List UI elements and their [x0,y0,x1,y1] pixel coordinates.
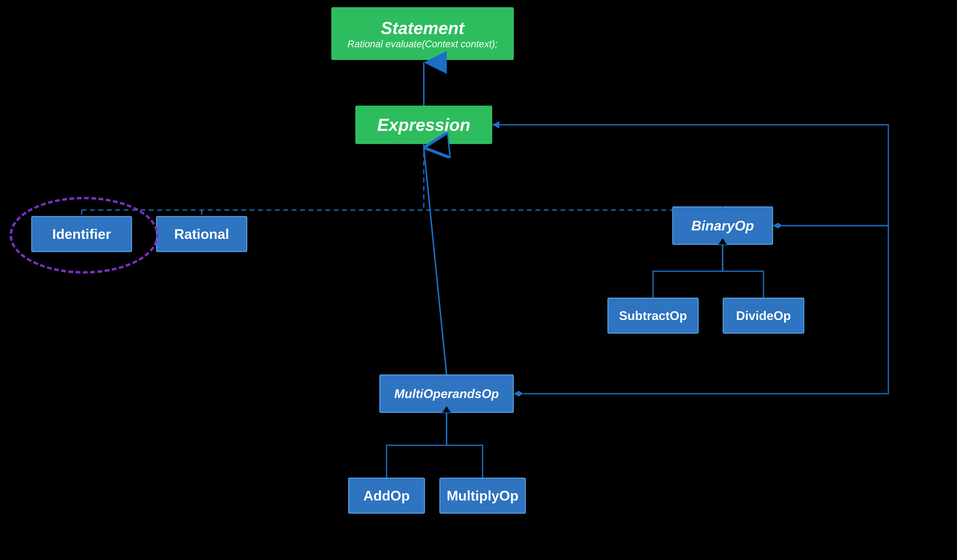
binaryop-diamond [773,223,783,229]
multioperandsop-inherit-arrow [442,405,452,413]
multioperandsop-diamond [514,391,523,396]
binaryop-inherit-arrow [718,238,728,245]
subtractop-divideop-line [653,271,763,298]
diagram: Statement Rational evaluate(Context cont… [0,0,957,560]
arrows-svg [0,0,957,560]
binaryop-expression-arrow-tip [492,121,499,128]
multioperandsop-to-expression-arrow [424,148,447,374]
addop-multiplyop-line [387,445,483,478]
multioperandsop-composition-line [523,226,888,394]
